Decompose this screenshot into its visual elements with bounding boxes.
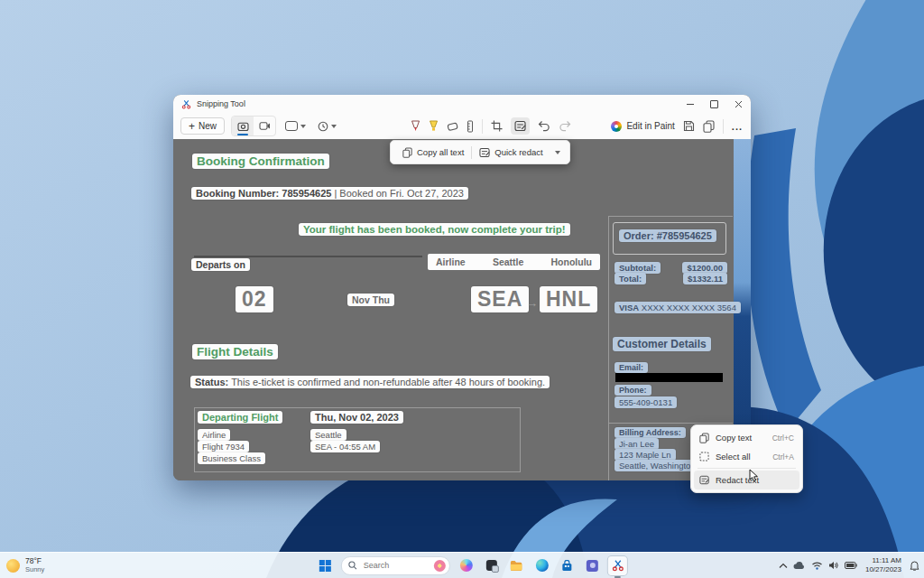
taskbar-item-file-explorer[interactable] (507, 556, 526, 575)
taskbar-item-store[interactable] (558, 556, 577, 575)
departing-city[interactable]: Seattle (310, 429, 346, 441)
card-number[interactable]: VISA XXXX XXXX XXXX 3564 (614, 302, 741, 313)
close-button[interactable] (726, 95, 751, 113)
route-dest-city: Honolulu (551, 256, 593, 267)
total-value[interactable]: $1332.11 (683, 273, 727, 284)
route-airline: Airline (436, 256, 466, 267)
departing-time[interactable]: SEA - 04:55 AM (310, 441, 380, 452)
toolbar-separator (482, 119, 483, 134)
banner-text[interactable]: Your flight has been booked, now complet… (299, 223, 570, 236)
volume-icon[interactable] (828, 561, 839, 570)
minimize-button[interactable] (678, 95, 702, 113)
quick-redact-button[interactable]: Quick redact (472, 141, 550, 163)
departing-cabin[interactable]: Business Class (198, 452, 265, 464)
new-snip-button[interactable]: + New (180, 117, 225, 135)
copy-all-text-button[interactable]: Copy all text (395, 141, 471, 163)
total-label[interactable]: Total: (614, 273, 646, 284)
redact-icon (699, 475, 709, 485)
sun-icon (6, 559, 20, 573)
dest-code[interactable]: HNL (540, 286, 597, 312)
network-icon[interactable] (811, 561, 823, 570)
taskbar-item-snipping-tool[interactable] (608, 556, 627, 575)
eraser-tool[interactable] (447, 121, 458, 132)
departing-airline[interactable]: Airline (198, 429, 230, 441)
departs-on-label[interactable]: Departs on (191, 258, 250, 271)
ruler-tool[interactable] (467, 120, 474, 133)
menu-separator (698, 468, 796, 469)
menu-item-copy-text[interactable]: Copy text Ctrl+C (694, 428, 799, 447)
booking-number-line[interactable]: Booking Number: 785954625 | Booked on Fr… (191, 187, 468, 200)
context-menu: Copy text Ctrl+C Select all Ctrl+A Redac… (690, 424, 803, 493)
snipping-tool-icon (611, 559, 624, 572)
redacted-email-bar[interactable] (615, 373, 723, 382)
tray-time: 11:11 AM (872, 556, 901, 565)
snip-shape-dropdown[interactable] (282, 121, 309, 131)
taskbar-search[interactable] (341, 556, 450, 575)
onedrive-icon[interactable] (793, 561, 806, 570)
snip-delay-dropdown[interactable] (315, 121, 339, 132)
taskbar: 78°F Sunny (0, 552, 924, 578)
maximize-button[interactable] (702, 95, 726, 113)
flight-details-heading[interactable]: Flight Details (192, 344, 278, 359)
mode-segment (231, 116, 276, 136)
search-icon (348, 561, 357, 570)
battery-icon[interactable] (845, 562, 857, 569)
weather-widget[interactable]: 78°F Sunny (6, 553, 44, 578)
taskbar-item-teams[interactable] (583, 556, 602, 575)
teams-icon (587, 560, 598, 572)
weather-condition: Sunny (25, 566, 44, 574)
taskbar-item-edge[interactable] (532, 556, 551, 575)
edit-in-paint-label: Edit in Paint (626, 121, 674, 131)
snipping-tool-window: Snipping Tool + New (173, 95, 751, 480)
origin-code[interactable]: SEA (471, 286, 529, 312)
departing-date[interactable]: Thu, Nov 02, 2023 (310, 411, 403, 424)
order-number[interactable]: Order: #785954625 (619, 229, 716, 242)
departing-flight-heading[interactable]: Departing Flight (198, 411, 282, 424)
taskbar-item-task-view[interactable] (482, 556, 501, 575)
taskbar-clock[interactable]: 11:11 AM 10/27/2023 (865, 556, 901, 573)
text-actions-floating-bar: Copy all text Quick redact (390, 140, 570, 164)
window-title: Snipping Tool (197, 99, 245, 108)
status-line[interactable]: Status: This e-ticket is confirmed and n… (190, 376, 550, 388)
departing-flight-number[interactable]: Flight 7934 (198, 441, 249, 452)
depart-month[interactable]: Nov Thu (347, 294, 394, 306)
search-input[interactable] (362, 560, 418, 571)
paint-icon (611, 121, 622, 132)
more-options-button[interactable]: ... (732, 121, 743, 132)
record-mode-button[interactable] (254, 117, 275, 135)
panel-divider (609, 423, 733, 424)
booking-confirmation-heading[interactable]: Booking Confirmation (192, 154, 329, 169)
copilot-icon (459, 559, 472, 572)
text-actions-button[interactable] (511, 117, 530, 135)
copy-button[interactable] (703, 120, 715, 133)
route-header[interactable]: Airline Seattle Honolulu (428, 254, 600, 270)
snip-mode-button[interactable] (232, 117, 254, 135)
phone-label[interactable]: Phone: (614, 385, 651, 396)
text-actions-icon (514, 120, 526, 132)
departing-flight-box: Departing Flight Thu, Nov 02, 2023 Airli… (194, 407, 521, 472)
undo-button[interactable] (538, 120, 550, 132)
depart-day[interactable]: 02 (236, 286, 273, 312)
taskbar-item-copilot[interactable] (457, 556, 476, 575)
menu-item-select-all[interactable]: Select all Ctrl+A (694, 447, 799, 466)
notifications-bell-icon[interactable] (910, 560, 919, 571)
copy-icon (699, 433, 709, 443)
phone-number[interactable]: 555-409-0131 (614, 396, 677, 408)
edit-in-paint-button[interactable]: Edit in Paint (611, 121, 674, 132)
task-view-icon (485, 560, 496, 571)
customer-details-heading[interactable]: Customer Details (613, 337, 711, 351)
redo-button[interactable] (559, 120, 571, 132)
save-button[interactable] (683, 120, 695, 132)
chevron-down-icon[interactable] (555, 151, 560, 154)
start-button[interactable] (316, 556, 335, 575)
menu-item-redact-text[interactable]: Redact text (694, 471, 799, 489)
hidden-icons-chevron[interactable] (779, 563, 788, 569)
billing-address-label[interactable]: Billing Address: (614, 427, 686, 438)
status-label: Status: (195, 377, 228, 387)
ballpoint-pen-tool[interactable] (411, 120, 420, 132)
billing-city[interactable]: Seattle, Washington (614, 460, 700, 471)
highlighter-tool[interactable] (429, 120, 439, 132)
email-label[interactable]: Email: (614, 362, 648, 373)
titlebar[interactable]: Snipping Tool (173, 95, 751, 113)
crop-tool[interactable] (491, 120, 503, 132)
